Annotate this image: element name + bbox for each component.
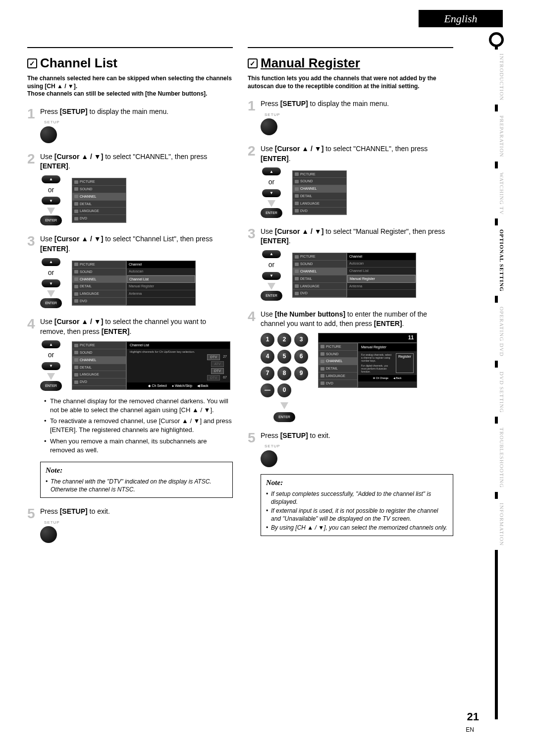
text: Use [261,145,275,153]
intro-text: This function lets you add the channels … [248,75,453,90]
text: Use [40,318,54,325]
text: [SETUP] [280,432,308,439]
note-title: Note: [46,465,227,476]
channel-display: 11 [318,333,417,343]
key-5-icon: 5 [277,350,291,364]
enter-button-icon: ENTER [40,216,62,225]
reg-title: Manual Register [361,345,386,350]
foot: Back [396,377,401,379]
menu-row-selected: CHANNEL [72,193,126,201]
text: [Cursor ▲ / ▼] [275,227,324,235]
language-code: EN [466,726,474,733]
menu-row: SOUND [293,261,346,268]
menu-row-selected: CHANNEL [72,357,126,364]
arrow-down-icon [47,208,55,215]
osd-main-menu: PICTURE SOUND CHANNEL DETAIL LANGUAGE DV… [292,170,347,216]
menu-row: LANGUAGE [72,290,126,298]
step-number: 2 [27,152,36,226]
text: [ENTER] [261,237,289,245]
section-tabs: INTRODUCTION PREPARATION WATCHING TV OPT… [494,50,506,550]
manual-register-osd: Manual Register For analog channels, sel… [358,343,417,388]
key-blank [294,383,308,397]
menu-row: SOUND [72,269,126,276]
menu-row: DETAIL [72,201,126,208]
submenu-header: Channel [127,261,195,268]
osd-main-menu: PICTURE SOUND CHANNEL DETAIL LANGUAGE DV… [292,253,347,298]
tab-optional-setting: OPTIONAL SETTING [494,225,506,296]
note-item: By using [CH ▲ / ▼], you can select the … [271,524,448,532]
step-number: 5 [248,431,257,537]
menu-row: PICTURE [72,178,126,186]
text: [ENTER] [261,155,289,162]
cursor-up-icon: ▲ [42,258,60,266]
note-item: If external input is used, it is not pos… [271,507,448,523]
key-0-icon: 0 [277,383,291,397]
ch-num: 27 [223,354,227,360]
text: Use [40,153,54,161]
text: [Cursor ▲ / ▼] [54,235,104,243]
enter-button-icon: ENTER [40,381,62,391]
intro-text-1: The channels selected here can be skippe… [27,75,233,90]
osd-submenu: Channel Autoscan Channel List Manual Reg… [126,261,196,306]
tab-introduction: INTRODUCTION [494,50,506,105]
osd-main-menu: PICTURE SOUND CHANNEL DETAIL LANGUAGE DV… [72,261,126,306]
note-item: The channel with the "DTV" indicated on … [51,478,227,493]
tab-operating-dvd: OPERATING DVD [494,303,506,361]
submenu-row-selected: Channel List [127,275,195,283]
text: to select "Manual Register", then press [323,227,445,235]
cursor-down-icon: ▼ [42,362,60,370]
key-9-icon: 9 [294,367,308,380]
menu-row: DETAIL [293,193,346,200]
menu-row-selected: CHANNEL [293,185,346,193]
cursor-up-icon: ▲ [42,340,60,348]
text: . [68,245,70,253]
key-3-icon: 3 [294,333,308,347]
step-number: 3 [248,227,257,301]
manual-register-section: ✓ Manual Register This function lets you… [248,47,453,543]
key-6-icon: 6 [294,350,308,364]
text: to select "Channel List", then press [103,235,213,243]
setup-button-graphic: SETUP [40,520,233,543]
foot: Back [201,384,209,387]
arrow-down-icon [280,402,288,409]
language-bar: English [419,10,503,27]
foot: Ch Change [376,377,388,379]
note-item: If setup completes successfully, "Added … [271,490,448,506]
text: to select "CHANNEL", then press [103,153,207,161]
text: . [289,237,291,245]
text: [SETUP] [60,507,88,515]
osd-main-menu: PICTURE SOUND CHANNEL DETAIL LANGUAGE DV… [72,341,126,390]
menu-row: LANGUAGE [72,208,126,215]
setup-label: SETUP [44,119,233,125]
step-4: 4 Use [Cursor ▲ / ▼] to select the chann… [27,317,233,498]
menu-row: SOUND [72,186,126,193]
bullet: The channel display for the removed chan… [50,397,233,415]
step-3: 3 Use [Cursor ▲ / ▼] to select "Channel … [27,234,233,308]
setup-button-icon [40,126,57,143]
step-1: 1 Press [SETUP] to display the main menu… [248,99,453,135]
text: Use [40,235,54,243]
menu-row-selected: CHANNEL [72,276,126,283]
reg-text: For analog channels, select a channel to… [361,353,393,362]
text: Use [261,227,275,235]
menu-row: DVD [72,298,126,305]
setup-button-graphic: SETUP [40,119,233,143]
cursor-up-icon: ▲ [262,167,281,175]
text: Press [261,100,280,108]
submenu-row: Channel List [347,268,416,275]
menu-row: PICTURE [72,261,126,269]
step-2: 2 Use [Cursor ▲ / ▼] to select "CHANNEL"… [248,144,453,218]
or-label: or [48,268,54,278]
step-number: 1 [27,107,36,143]
tab-watching-tv: WATCHING TV [494,168,506,219]
submenu-row-selected: Manual Register [347,275,416,283]
text: to select "CHANNEL", then press [323,145,428,153]
step-number: 3 [27,234,36,308]
tab-preparation: PREPARATION [494,111,506,162]
tab-dvd-setting: DVD SETTING [494,368,506,417]
channel-list-title: ✓ Channel List [27,55,233,71]
ch-tag: DTV [207,354,220,360]
osd-submenu: Channel Autoscan Channel List Manual Reg… [347,253,416,298]
or-label: or [268,260,274,270]
setup-button-icon [261,450,277,467]
